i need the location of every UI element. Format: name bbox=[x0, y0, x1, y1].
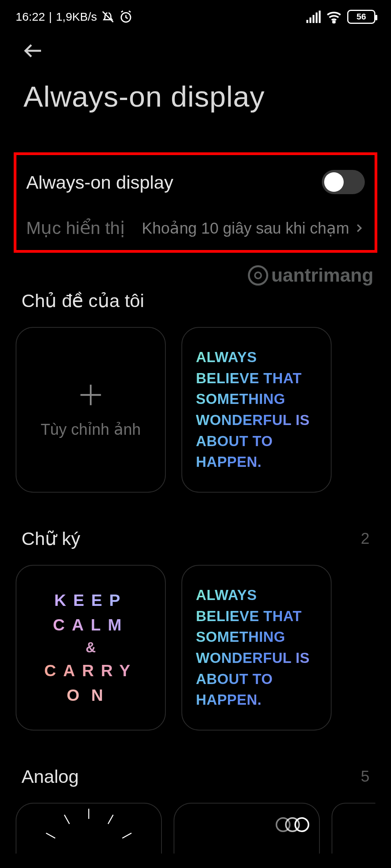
svg-line-11 bbox=[46, 833, 55, 838]
svg-point-6 bbox=[333, 21, 335, 23]
chevron-right-icon bbox=[353, 222, 365, 234]
aod-toggle[interactable] bbox=[322, 170, 365, 194]
alarm-icon bbox=[119, 10, 133, 24]
svg-rect-5 bbox=[319, 11, 321, 23]
bulb-icon bbox=[248, 265, 268, 286]
analog-count: 5 bbox=[361, 768, 369, 785]
toggle-knob-icon bbox=[324, 172, 344, 192]
signature-header: Chữ ký 2 bbox=[0, 528, 391, 549]
aod-toggle-label: Always-on display bbox=[26, 171, 173, 193]
theme-card-believe[interactable]: ALWAYS BELIEVE THAT SOMETHING WONDERFUL … bbox=[181, 327, 332, 493]
custom-image-label: Tùy chỉnh ảnh bbox=[41, 420, 141, 438]
display-items-row[interactable]: Mục hiển thị Khoảng 10 giây sau khi chạm bbox=[26, 210, 365, 238]
keep-calm-text: KEEP CALM & CARRY ON bbox=[44, 588, 137, 707]
status-separator: | bbox=[49, 10, 52, 23]
wifi-icon bbox=[326, 10, 342, 23]
status-right: 56 bbox=[306, 10, 375, 24]
signature-title: Chữ ký bbox=[22, 528, 80, 549]
highlighted-settings: Always-on display Mục hiển thị Khoảng 10… bbox=[14, 152, 377, 253]
signal-icon bbox=[306, 10, 321, 23]
battery-percent: 56 bbox=[357, 12, 366, 22]
svg-rect-4 bbox=[316, 13, 317, 23]
rings-icon bbox=[276, 817, 309, 832]
signature-count: 2 bbox=[361, 530, 369, 547]
analog-card-3[interactable] bbox=[332, 803, 375, 854]
watermark: uantrimang bbox=[0, 253, 391, 286]
back-button[interactable] bbox=[22, 57, 45, 64]
analog-cards bbox=[0, 787, 391, 854]
status-speed: 1,9KB/s bbox=[56, 10, 97, 23]
watermark-text: uantrimang bbox=[271, 264, 373, 286]
signature-card-believe[interactable]: ALWAYS BELIEVE THAT SOMETHING WONDERFUL … bbox=[181, 565, 332, 730]
display-items-value-wrap: Khoảng 10 giây sau khi chạm bbox=[137, 219, 365, 237]
theme-text: ALWAYS BELIEVE THAT SOMETHING WONDERFUL … bbox=[196, 347, 317, 473]
analog-clock-icon bbox=[38, 807, 140, 854]
page-title: Always-on display bbox=[0, 64, 391, 133]
signature-cards: KEEP CALM & CARRY ON ALWAYS BELIEVE THAT… bbox=[0, 549, 391, 730]
svg-line-10 bbox=[65, 815, 70, 824]
analog-card-2[interactable] bbox=[174, 803, 320, 854]
my-themes-title: Chủ đề của tôi bbox=[22, 290, 144, 311]
signature-card-keep-calm[interactable]: KEEP CALM & CARRY ON bbox=[16, 565, 166, 730]
mute-icon bbox=[101, 10, 115, 24]
display-items-label: Mục hiển thị bbox=[26, 218, 125, 238]
svg-line-8 bbox=[108, 815, 113, 824]
status-left: 16:22 | 1,9KB/s bbox=[16, 10, 133, 24]
my-themes-cards: Tùy chỉnh ảnh ALWAYS BELIEVE THAT SOMETH… bbox=[0, 311, 391, 493]
svg-rect-2 bbox=[310, 18, 312, 23]
arrow-left-icon bbox=[22, 39, 45, 63]
display-items-value: Khoảng 10 giây sau khi chạm bbox=[142, 219, 349, 237]
svg-line-9 bbox=[122, 833, 131, 838]
svg-rect-1 bbox=[307, 20, 308, 23]
plus-icon bbox=[77, 381, 104, 409]
aod-toggle-row[interactable]: Always-on display bbox=[26, 167, 365, 210]
signature-text: ALWAYS BELIEVE THAT SOMETHING WONDERFUL … bbox=[196, 585, 317, 711]
analog-card-1[interactable] bbox=[16, 803, 162, 854]
status-time: 16:22 bbox=[16, 10, 45, 23]
svg-rect-3 bbox=[312, 15, 314, 23]
battery-icon: 56 bbox=[347, 10, 375, 24]
my-themes-header: Chủ đề của tôi bbox=[0, 290, 391, 311]
back-row bbox=[0, 27, 391, 64]
custom-image-card[interactable]: Tùy chỉnh ảnh bbox=[16, 327, 166, 493]
status-bar: 16:22 | 1,9KB/s bbox=[0, 0, 391, 27]
analog-title: Analog bbox=[22, 766, 79, 787]
analog-header: Analog 5 bbox=[0, 766, 391, 787]
